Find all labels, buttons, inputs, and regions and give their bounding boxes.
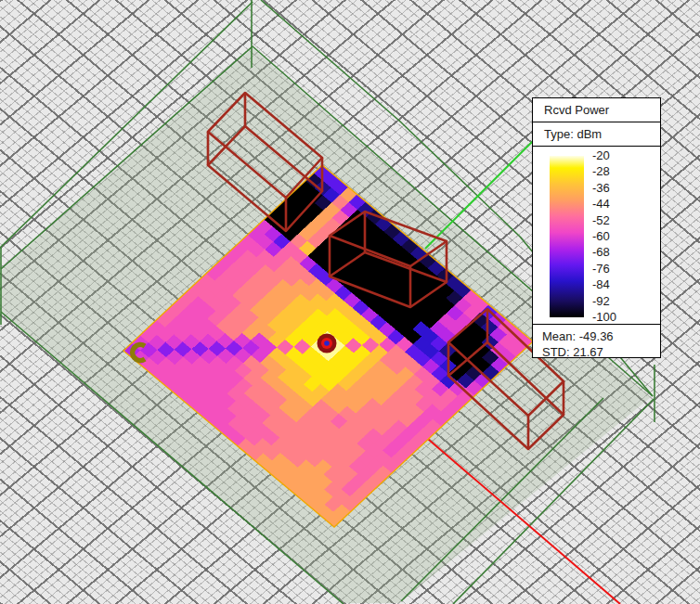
legend-mean: Mean: -49.36 [542,328,660,344]
viewport-3d[interactable]: Rcvd Power Type: dBm -20-28-36-44-52-60-… [0,0,700,604]
colorbar-tick-label: -36 [592,182,648,195]
transmitter-marker[interactable] [318,334,337,353]
legend-type: Type: dBm [533,122,660,147]
legend-std: STD: 21.67 [542,344,660,360]
colorbar-tick-label: -44 [592,198,648,211]
colorbar-tick-label: -76 [592,263,648,276]
colorbar-tick-label: -92 [592,295,648,308]
legend-scale: -20-28-36-44-52-60-68-76-84-92-100 [533,147,660,325]
colorbar-tick-label: -28 [592,165,648,178]
legend-title: Rcvd Power [533,98,660,122]
colorbar-tick-label: -68 [592,246,648,259]
colorbar-tick-label: -100 [592,311,648,324]
legend-panel[interactable]: Rcvd Power Type: dBm -20-28-36-44-52-60-… [532,97,661,358]
colorbar-tick-label: -52 [592,214,648,227]
colorbar-tick-label: -84 [592,278,648,291]
z-axis-line [425,137,537,249]
legend-stats: Mean: -49.36 STD: 21.67 [533,325,660,360]
colorbar-tick-label: -60 [592,230,648,243]
colorbar-gradient [550,156,584,317]
colorbar-tick-label: -20 [592,149,648,162]
